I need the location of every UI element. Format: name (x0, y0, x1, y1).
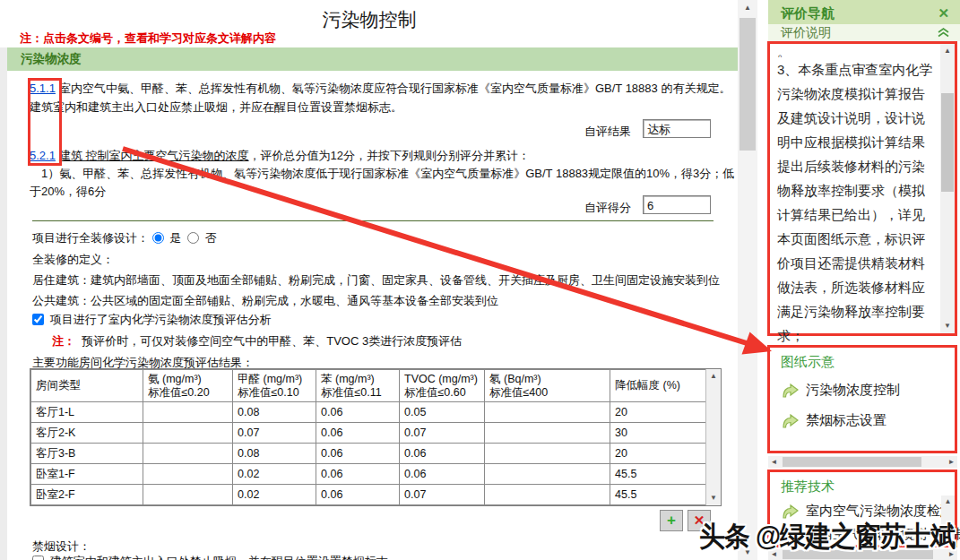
scroll-up-icon[interactable]: ▲ (940, 44, 955, 58)
drawing-link-label: 禁烟标志设置 (806, 412, 886, 429)
cell[interactable] (485, 464, 610, 485)
cell[interactable]: 0.06 (316, 423, 400, 444)
table-row[interactable]: 卧室1-F0.020.060.0645.5 (31, 464, 706, 485)
scroll-right-icon[interactable]: ► (946, 456, 957, 468)
cell[interactable]: 客厅3-B (31, 444, 143, 464)
cell[interactable]: 卧室2-F (31, 485, 143, 505)
smoking-checkbox[interactable] (32, 556, 44, 560)
cell[interactable]: 45.5 (610, 464, 706, 485)
drawing-link-pollutant-control[interactable]: 污染物浓度控制 (781, 382, 900, 399)
scroll-left-icon[interactable]: ◄ (768, 456, 780, 468)
col-room-type: 房间类型 (31, 370, 143, 402)
main-scrollbar[interactable]: ▲ ▼ (738, 0, 757, 560)
table-row[interactable]: 客厅2-K0.070.060.0730 (31, 423, 706, 444)
cell[interactable]: 0.06 (400, 444, 485, 464)
clause-5-1-1: 5.1.1室内空气中氨、甲醛、苯、总挥发性有机物、氡等污染物浓度应符合现行国家标… (30, 79, 737, 116)
full-deco-no-radio[interactable] (187, 232, 199, 244)
cell[interactable]: 0.06 (400, 464, 485, 485)
cell[interactable]: 30 (610, 423, 706, 444)
scroll-up-icon[interactable]: ▲ (738, 0, 757, 15)
cell[interactable]: 45.5 (610, 485, 706, 505)
drawings-hscrollbar[interactable]: ◄ ► (768, 456, 957, 468)
cell[interactable]: 20 (610, 402, 706, 423)
cell[interactable] (485, 423, 610, 444)
scroll-up-icon[interactable]: ▲ (941, 495, 955, 507)
eval-explain-header[interactable]: 评价说明 (768, 24, 960, 41)
cell[interactable]: 0.06 (316, 444, 400, 464)
cell[interactable]: 客厅2-K (31, 423, 143, 444)
cell[interactable] (143, 423, 233, 444)
cell[interactable]: 0.02 (233, 464, 316, 485)
add-row-button[interactable]: + (660, 510, 683, 531)
table-row[interactable]: 客厅1-L0.080.060.0520 (31, 402, 706, 423)
clause-5-1-1-link[interactable]: 5.1.1 (30, 82, 56, 95)
tech-scrollbar[interactable]: ▲ ▼ (941, 495, 955, 543)
tech-link-air-pollutant-detection[interactable]: 室内空气污染物浓度检测 (781, 503, 954, 520)
drawings-hscrollbar-thumb[interactable] (783, 457, 921, 467)
drawing-link-label: 污染物浓度控制 (806, 382, 900, 399)
table-row[interactable]: 客厅3-B0.080.060.0620 (31, 444, 706, 464)
result-table-grid: 房间类型 氨 (mg/m³)标准值≤0.20 甲醛 (mg/m³)标准值≤0.1… (30, 369, 706, 505)
explain-scrollbar[interactable]: ▲ ▼ (940, 44, 955, 333)
tech-link-air-pollutant-prediction[interactable]: 室内空气污染物预测与控制 (781, 526, 960, 543)
main-scrollbar-thumb[interactable] (739, 18, 756, 151)
eval-explain-title: 评价说明 (781, 24, 831, 41)
cell[interactable]: 0.05 (400, 402, 485, 423)
page-title: 污染物控制 (0, 7, 739, 32)
self-eval-result-label: 自评结果 (584, 124, 631, 140)
self-eval-result-input[interactable]: 达标 (643, 119, 711, 138)
cell[interactable] (143, 444, 233, 464)
close-icon[interactable]: ✕ (938, 0, 949, 26)
cell[interactable]: 0.07 (400, 485, 485, 505)
scroll-down-icon[interactable]: ▼ (940, 319, 955, 333)
delete-row-button[interactable]: ✕ (688, 510, 711, 531)
collapse-chevron-icon[interactable] (938, 28, 949, 38)
cell[interactable] (485, 444, 610, 464)
tech-link-label: 室内空气污染物浓度检测 (806, 503, 954, 520)
clause-5-2-1-tail: ，评价总分值为12分，并按下列规则分别评分并累计： (249, 149, 530, 162)
cell[interactable]: 0.07 (233, 423, 316, 444)
tech-hscrollbar-thumb[interactable] (783, 550, 933, 559)
cell[interactable]: 0.06 (316, 402, 400, 423)
section-divider (32, 220, 714, 221)
curved-arrow-icon (781, 383, 799, 398)
cell[interactable] (485, 485, 610, 505)
cell[interactable]: 0.07 (400, 423, 485, 444)
curved-arrow-icon (781, 528, 799, 542)
cell[interactable]: 20 (610, 444, 706, 464)
cell[interactable]: 0.06 (316, 464, 400, 485)
cell[interactable]: 卧室1-F (31, 464, 143, 485)
scroll-up-icon[interactable]: ▲ (706, 369, 721, 383)
pre-eval-checkbox-label: 项目进行了室内化学污染物浓度预评估分析 (50, 313, 272, 326)
cell[interactable] (485, 402, 610, 423)
page-left-margin (0, 47, 7, 560)
col-ammonia: 氨 (mg/m³)标准值≤0.20 (143, 370, 233, 402)
drawing-link-no-smoking-sign[interactable]: 禁烟标志设置 (781, 412, 886, 429)
table-scrollbar[interactable]: ▲ ▼ (705, 369, 721, 505)
scroll-right-icon[interactable]: ► (946, 549, 957, 560)
scroll-left-icon[interactable]: ◄ (768, 549, 780, 560)
eval-nav-title: 评价导航 (781, 0, 835, 26)
pre-eval-checkbox-row: 项目进行了室内化学污染物浓度预评估分析 (32, 312, 272, 327)
scroll-down-icon[interactable]: ▼ (706, 491, 721, 505)
cell[interactable] (143, 464, 233, 485)
cell[interactable]: 0.08 (233, 402, 316, 423)
cell[interactable]: 0.08 (233, 444, 316, 464)
cell[interactable] (143, 485, 233, 505)
full-deco-yes-radio[interactable] (152, 232, 164, 244)
scroll-down-icon[interactable]: ▼ (738, 545, 757, 560)
cell[interactable]: 0.02 (233, 485, 316, 505)
clause-5-2-1-link[interactable]: 5.2.1 (30, 149, 56, 162)
pre-eval-checkbox[interactable] (32, 314, 44, 325)
explain-scrollbar-thumb[interactable] (941, 93, 954, 192)
cell[interactable]: 0.06 (316, 485, 400, 505)
self-eval-score-input[interactable]: 6 (643, 195, 711, 214)
cell[interactable]: 客厅1-L (31, 402, 143, 423)
cell[interactable] (143, 402, 233, 423)
clause-hint-note: 注：点击条文编号，查看和学习对应条文详解内容 (20, 30, 276, 47)
tech-hscrollbar[interactable]: ◄ ► (768, 549, 957, 560)
smoking-checkbox-row: 建筑室内和建筑主出入口处禁止吸烟，并在醒目位置设置禁烟标志 (32, 554, 388, 560)
table-row[interactable]: 卧室2-F0.020.060.0745.5 (31, 485, 706, 505)
scroll-down-icon[interactable]: ▼ (941, 531, 955, 543)
col-formaldehyde: 甲醛 (mg/m³)标准值≤0.10 (233, 370, 316, 402)
